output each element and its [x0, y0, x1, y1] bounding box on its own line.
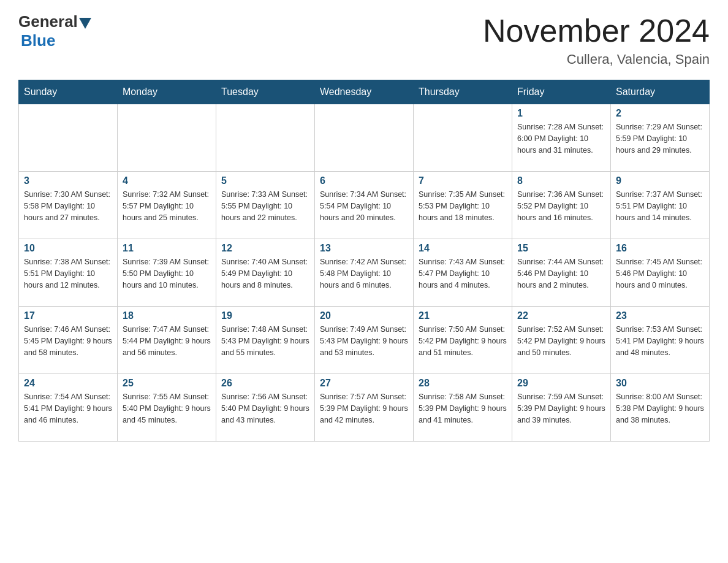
- logo-general-text: General: [18, 12, 78, 31]
- day-number: 22: [517, 310, 605, 321]
- day-cell: 10Sunrise: 7:38 AM Sunset: 5:51 PM Dayli…: [19, 239, 118, 307]
- day-number: 23: [616, 310, 704, 321]
- day-cell: 7Sunrise: 7:35 AM Sunset: 5:53 PM Daylig…: [414, 172, 512, 239]
- day-number: 26: [221, 378, 309, 389]
- day-info: Sunrise: 7:56 AM Sunset: 5:40 PM Dayligh…: [221, 391, 309, 426]
- day-cell: 24Sunrise: 7:54 AM Sunset: 5:41 PM Dayli…: [19, 374, 118, 442]
- day-cell: 19Sunrise: 7:48 AM Sunset: 5:43 PM Dayli…: [216, 307, 315, 374]
- day-number: 24: [24, 378, 112, 389]
- day-info: Sunrise: 7:55 AM Sunset: 5:40 PM Dayligh…: [123, 391, 211, 426]
- day-info: Sunrise: 7:28 AM Sunset: 6:00 PM Dayligh…: [517, 121, 605, 156]
- header-monday: Monday: [118, 80, 216, 104]
- day-cell: 5Sunrise: 7:33 AM Sunset: 5:55 PM Daylig…: [216, 172, 315, 239]
- day-number: 19: [221, 310, 309, 321]
- day-info: Sunrise: 7:30 AM Sunset: 5:58 PM Dayligh…: [24, 189, 112, 223]
- day-info: Sunrise: 7:33 AM Sunset: 5:55 PM Dayligh…: [221, 189, 309, 223]
- day-cell: 29Sunrise: 7:59 AM Sunset: 5:39 PM Dayli…: [512, 374, 611, 442]
- day-cell: [19, 104, 118, 172]
- day-cell: 8Sunrise: 7:36 AM Sunset: 5:52 PM Daylig…: [512, 172, 611, 239]
- day-number: 25: [123, 378, 211, 389]
- day-info: Sunrise: 7:40 AM Sunset: 5:49 PM Dayligh…: [221, 256, 309, 291]
- day-cell: 28Sunrise: 7:58 AM Sunset: 5:39 PM Dayli…: [414, 374, 512, 442]
- day-cell: 15Sunrise: 7:44 AM Sunset: 5:46 PM Dayli…: [512, 239, 611, 307]
- day-cell: 25Sunrise: 7:55 AM Sunset: 5:40 PM Dayli…: [118, 374, 216, 442]
- day-info: Sunrise: 7:46 AM Sunset: 5:45 PM Dayligh…: [24, 324, 112, 358]
- day-cell: [315, 104, 414, 172]
- day-info: Sunrise: 7:38 AM Sunset: 5:51 PM Dayligh…: [24, 256, 112, 291]
- day-number: 30: [616, 378, 704, 389]
- day-info: Sunrise: 7:44 AM Sunset: 5:46 PM Dayligh…: [517, 256, 605, 291]
- day-cell: 20Sunrise: 7:49 AM Sunset: 5:43 PM Dayli…: [315, 307, 414, 374]
- day-number: 20: [320, 310, 408, 321]
- logo-triangle-icon: [79, 18, 91, 29]
- day-number: 16: [616, 243, 704, 254]
- day-cell: [414, 104, 512, 172]
- day-cell: 2Sunrise: 7:29 AM Sunset: 5:59 PM Daylig…: [611, 104, 710, 172]
- day-cell: 3Sunrise: 7:30 AM Sunset: 5:58 PM Daylig…: [19, 172, 118, 239]
- day-number: 10: [24, 243, 112, 254]
- logo: General Blue: [18, 12, 93, 50]
- day-info: Sunrise: 7:37 AM Sunset: 5:51 PM Dayligh…: [616, 189, 704, 223]
- day-cell: 1Sunrise: 7:28 AM Sunset: 6:00 PM Daylig…: [512, 104, 611, 172]
- day-cell: 13Sunrise: 7:42 AM Sunset: 5:48 PM Dayli…: [315, 239, 414, 307]
- day-number: 27: [320, 378, 408, 389]
- day-number: 21: [419, 310, 507, 321]
- header-wednesday: Wednesday: [315, 80, 414, 104]
- day-info: Sunrise: 7:52 AM Sunset: 5:42 PM Dayligh…: [517, 324, 605, 358]
- day-number: 7: [419, 175, 507, 186]
- day-number: 8: [517, 175, 605, 186]
- day-number: 4: [123, 175, 211, 186]
- day-number: 6: [320, 175, 408, 186]
- logo-blue-text: Blue: [21, 31, 55, 50]
- day-info: Sunrise: 7:45 AM Sunset: 5:46 PM Dayligh…: [616, 256, 704, 291]
- header-sunday: Sunday: [19, 80, 118, 104]
- day-cell: 14Sunrise: 7:43 AM Sunset: 5:47 PM Dayli…: [414, 239, 512, 307]
- day-info: Sunrise: 7:58 AM Sunset: 5:39 PM Dayligh…: [419, 391, 507, 426]
- day-number: 1: [517, 108, 605, 119]
- day-cell: 4Sunrise: 7:32 AM Sunset: 5:57 PM Daylig…: [118, 172, 216, 239]
- header-friday: Friday: [512, 80, 611, 104]
- day-info: Sunrise: 7:53 AM Sunset: 5:41 PM Dayligh…: [616, 324, 704, 358]
- day-cell: 16Sunrise: 7:45 AM Sunset: 5:46 PM Dayli…: [611, 239, 710, 307]
- day-cell: 11Sunrise: 7:39 AM Sunset: 5:50 PM Dayli…: [118, 239, 216, 307]
- day-info: Sunrise: 7:34 AM Sunset: 5:54 PM Dayligh…: [320, 189, 408, 223]
- day-cell: 12Sunrise: 7:40 AM Sunset: 5:49 PM Dayli…: [216, 239, 315, 307]
- day-info: Sunrise: 7:48 AM Sunset: 5:43 PM Dayligh…: [221, 324, 309, 358]
- day-cell: 6Sunrise: 7:34 AM Sunset: 5:54 PM Daylig…: [315, 172, 414, 239]
- week-row-3: 17Sunrise: 7:46 AM Sunset: 5:45 PM Dayli…: [19, 307, 710, 374]
- header-tuesday: Tuesday: [216, 80, 315, 104]
- week-row-2: 10Sunrise: 7:38 AM Sunset: 5:51 PM Dayli…: [19, 239, 710, 307]
- day-number: 28: [419, 378, 507, 389]
- day-cell: 23Sunrise: 7:53 AM Sunset: 5:41 PM Dayli…: [611, 307, 710, 374]
- day-info: Sunrise: 7:59 AM Sunset: 5:39 PM Dayligh…: [517, 391, 605, 426]
- day-number: 18: [123, 310, 211, 321]
- day-cell: 21Sunrise: 7:50 AM Sunset: 5:42 PM Dayli…: [414, 307, 512, 374]
- week-row-0: 1Sunrise: 7:28 AM Sunset: 6:00 PM Daylig…: [19, 104, 710, 172]
- day-number: 3: [24, 175, 112, 186]
- calendar-table: Sunday Monday Tuesday Wednesday Thursday…: [18, 80, 710, 442]
- day-number: 29: [517, 378, 605, 389]
- day-info: Sunrise: 8:00 AM Sunset: 5:38 PM Dayligh…: [616, 391, 704, 426]
- day-number: 5: [221, 175, 309, 186]
- day-number: 13: [320, 243, 408, 254]
- day-number: 14: [419, 243, 507, 254]
- header-thursday: Thursday: [414, 80, 512, 104]
- day-cell: 9Sunrise: 7:37 AM Sunset: 5:51 PM Daylig…: [611, 172, 710, 239]
- week-row-1: 3Sunrise: 7:30 AM Sunset: 5:58 PM Daylig…: [19, 172, 710, 239]
- calendar-month-year: November 2024: [483, 12, 710, 49]
- day-number: 12: [221, 243, 309, 254]
- day-cell: 26Sunrise: 7:56 AM Sunset: 5:40 PM Dayli…: [216, 374, 315, 442]
- day-info: Sunrise: 7:32 AM Sunset: 5:57 PM Dayligh…: [123, 189, 211, 223]
- day-info: Sunrise: 7:35 AM Sunset: 5:53 PM Dayligh…: [419, 189, 507, 223]
- week-row-4: 24Sunrise: 7:54 AM Sunset: 5:41 PM Dayli…: [19, 374, 710, 442]
- day-number: 17: [24, 310, 112, 321]
- header-saturday: Saturday: [611, 80, 710, 104]
- day-number: 2: [616, 108, 704, 119]
- day-cell: 22Sunrise: 7:52 AM Sunset: 5:42 PM Dayli…: [512, 307, 611, 374]
- day-info: Sunrise: 7:54 AM Sunset: 5:41 PM Dayligh…: [24, 391, 112, 426]
- day-number: 15: [517, 243, 605, 254]
- day-info: Sunrise: 7:29 AM Sunset: 5:59 PM Dayligh…: [616, 121, 704, 156]
- day-info: Sunrise: 7:36 AM Sunset: 5:52 PM Dayligh…: [517, 189, 605, 223]
- page-header: General Blue November 2024 Cullera, Vale…: [18, 12, 710, 67]
- day-number: 11: [123, 243, 211, 254]
